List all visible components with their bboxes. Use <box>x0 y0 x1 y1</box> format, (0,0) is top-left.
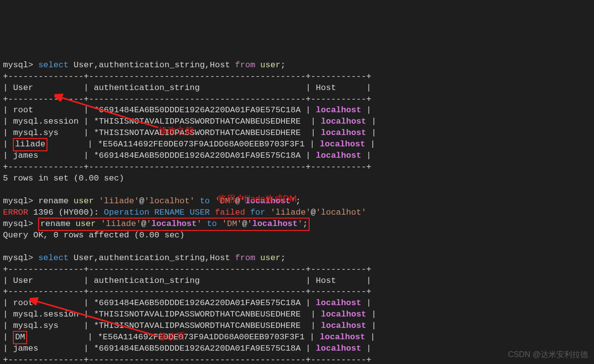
table1-row-3: | lilade | *E56A114692FE0DE073F9A1DD68A0… <box>3 139 375 149</box>
watermark: CSDN @达米安利拉德 <box>508 349 588 360</box>
rename-result: Query OK, 0 rows affected (0.00 sec) <box>3 230 184 240</box>
mysql-prompt: mysql> <box>3 196 33 206</box>
table2-row-0: | root | *6691484EA6B50DDDE1926A220DA01F… <box>3 298 371 308</box>
sql-select-2: select User,authentication_string,Host f… <box>38 253 285 263</box>
highlight-lilade: lilade <box>13 138 47 151</box>
table2-border-mid: +---------------+-----------------------… <box>3 287 371 296</box>
mysql-prompt: mysql> <box>3 253 33 263</box>
table1-footer: 5 rows in set (0.00 sec) <box>3 174 124 183</box>
table1-border-mid: +---------------+-----------------------… <box>3 94 371 104</box>
table1-border-top: +---------------+-----------------------… <box>3 72 371 81</box>
table2-row-3: | DM | *E56A114692FE0DE073F9A1DD68A00EEB… <box>3 332 375 342</box>
table2-row-1: | mysql.session | *THISISNOTAVALIDPASSWO… <box>3 310 376 319</box>
table2-border-bot: +---------------+-----------------------… <box>3 355 371 364</box>
sql-select-1: select User,authentication_string,Host f… <box>38 60 285 70</box>
highlight-dm: DM <box>13 331 27 344</box>
table2-row-4: | james | *6691484EA6B50DDDE1926A220DA01… <box>3 344 371 353</box>
annotation-rename: 将用户lilade改成DM <box>218 193 297 205</box>
table2-border-top: +---------------+-----------------------… <box>3 265 371 274</box>
table2-row-2: | mysql.sys | *THISISNOTAVALIDPASSWORDTH… <box>3 321 376 330</box>
table1-border-bot: +---------------+-----------------------… <box>3 162 371 172</box>
annotation-before: 修改之前 <box>158 125 194 136</box>
annotation-after: 修改后 <box>158 330 185 342</box>
table1-header-row: | User | authentication_string | Host | <box>3 83 371 92</box>
table2-header-row: | User | authentication_string | Host | <box>3 276 371 285</box>
mysql-prompt: mysql> <box>3 219 33 228</box>
mysql-prompt: mysql> <box>3 60 33 70</box>
table1-row-0: | root | *6691484EA6B50DDDE1926A220DA01F… <box>3 105 371 115</box>
highlight-rename-good: rename user 'lilade'@'localhost' to 'DM'… <box>38 218 310 231</box>
table1-row-4: | james | *6691484EA6B50DDDE1926A220DA01… <box>3 151 371 160</box>
error-line: ERROR 1396 (HY000): Operation RENAME USE… <box>3 208 366 217</box>
